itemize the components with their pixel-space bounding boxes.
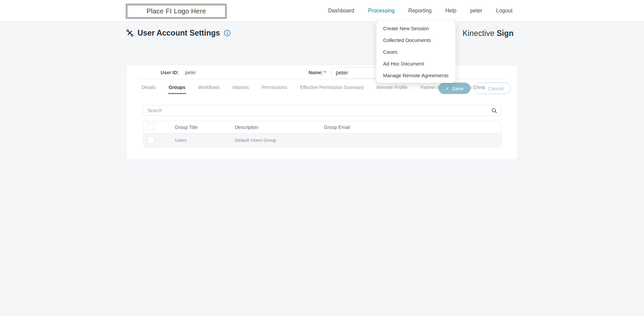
page-title: User Account Settings — [138, 29, 220, 38]
identity-row: User ID: peter Name: * — [126, 65, 518, 79]
nav-item-user[interactable]: peter — [470, 8, 482, 14]
brand-bold: Sign — [497, 29, 514, 38]
tab-inboxes[interactable]: Inboxes — [232, 84, 250, 94]
menu-item-collected-documents[interactable]: Collected Documents — [376, 34, 455, 46]
app-viewport: Place FI Logo Here Dashboard Processing … — [0, 0, 644, 316]
groups-table-header: Group Title Description Group Email — [143, 121, 501, 133]
search-input[interactable] — [143, 105, 501, 116]
page-heading: User Account Settings — [126, 28, 231, 38]
form-actions: ✓ Save ✕ Cancel — [438, 83, 511, 94]
processing-dropdown-menu: Create New Session Collected Documents C… — [376, 21, 455, 83]
brand-regular: Kinective — [463, 29, 494, 38]
row-checkbox[interactable] — [147, 137, 154, 144]
tools-icon — [126, 29, 134, 37]
nav-item-dashboard[interactable]: Dashboard — [328, 8, 354, 14]
groups-table: Group Title Description Group Email User… — [143, 121, 501, 147]
tab-remote-profile[interactable]: Remote Profile — [376, 84, 409, 94]
user-account-card: User ID: peter Name: * Details Groups Wo… — [126, 65, 518, 160]
user-id-value: peter — [185, 70, 196, 75]
cell-group-title: Users — [175, 138, 235, 143]
header-group-title: Group Title — [175, 125, 235, 130]
cell-description: Default Users Group — [235, 138, 324, 143]
tab-groups[interactable]: Groups — [168, 84, 186, 94]
nav-item-reporting[interactable]: Reporting — [408, 8, 431, 14]
tab-details[interactable]: Details — [141, 84, 157, 94]
top-navbar: Place FI Logo Here Dashboard Processing … — [0, 0, 644, 21]
search-icon[interactable] — [491, 108, 497, 115]
main-nav: Dashboard Processing Reporting Help pete… — [328, 0, 513, 21]
table-row[interactable]: Users Default Users Group — [143, 133, 501, 147]
nav-item-logout[interactable]: Logout — [496, 8, 513, 14]
fi-logo-placeholder: Place FI Logo Here — [126, 4, 227, 19]
nav-item-help[interactable]: Help — [445, 8, 457, 14]
nav-item-processing[interactable]: Processing — [368, 8, 394, 14]
user-id-label: User ID: — [161, 70, 179, 75]
name-label: Name: * — [309, 70, 326, 75]
tab-permissions[interactable]: Permissions — [261, 84, 288, 94]
group-search — [143, 105, 501, 116]
info-icon[interactable] — [224, 30, 231, 37]
settings-tabs: Details Groups Workflows Inboxes Permiss… — [141, 84, 486, 96]
tab-workflows[interactable]: Workflows — [198, 84, 220, 94]
menu-item-cases[interactable]: Cases — [376, 46, 455, 58]
fi-logo-placeholder-text: Place FI Logo Here — [147, 7, 206, 15]
select-all-checkbox[interactable] — [147, 124, 154, 131]
menu-item-ad-hoc-document[interactable]: Ad Hoc Document — [376, 58, 455, 70]
menu-item-create-new-session[interactable]: Create New Session — [376, 22, 455, 34]
cancel-button[interactable]: ✕ Cancel — [474, 83, 511, 94]
required-marker: * — [324, 70, 326, 75]
header-group-email: Group Email — [324, 125, 501, 130]
menu-item-manage-remote-agreements[interactable]: Manage Remote Agreements — [376, 70, 455, 81]
tab-effective-permission-summary[interactable]: Effective Permission Summary — [299, 84, 364, 94]
header-description: Description — [235, 125, 324, 130]
save-button[interactable]: ✓ Save — [438, 83, 471, 94]
check-icon: ✓ — [445, 86, 449, 91]
x-icon: ✕ — [481, 86, 485, 91]
kinective-sign-logo: Kinective Sign — [463, 29, 514, 38]
